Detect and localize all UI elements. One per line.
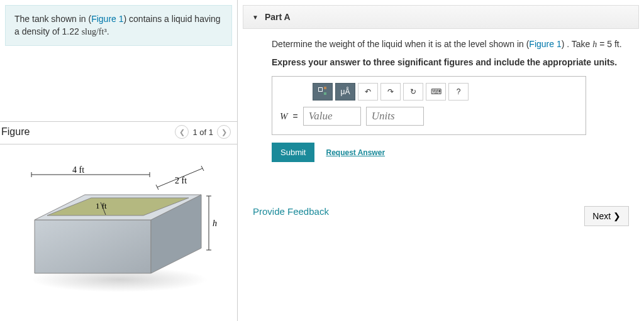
answer-area: μÅ ↶ ↷ ↻ ⌨ ? W =: [272, 76, 586, 135]
figure-title: Figure: [0, 126, 30, 138]
prev-figure-button[interactable]: ❮: [175, 125, 189, 139]
next-button[interactable]: Next ❯: [584, 206, 629, 226]
reset-icon[interactable]: ↻: [403, 83, 423, 101]
collapse-icon: ▼: [252, 14, 258, 21]
part-header[interactable]: ▼ Part A: [243, 5, 639, 29]
dim-d: 2 ft: [175, 176, 187, 185]
dim-inner: 1 ft: [96, 201, 107, 210]
input-toolbar: μÅ ↶ ↷ ↻ ⌨ ?: [313, 83, 578, 101]
provide-feedback-link[interactable]: Provide Feedback: [253, 206, 329, 226]
problem-pre: The tank shown in (: [14, 14, 91, 24]
dim-h: h: [213, 219, 217, 228]
figure-ref-link[interactable]: Figure 1: [91, 14, 123, 24]
units-input[interactable]: [366, 107, 424, 126]
svg-marker-1: [35, 220, 151, 273]
question-text: Determine the weight of the liquid when …: [272, 38, 629, 51]
part-label: Part A: [265, 12, 291, 22]
variable-label: W: [280, 111, 288, 122]
figure-ref-link-2[interactable]: Figure 1: [529, 39, 561, 49]
template-icon[interactable]: [313, 83, 333, 101]
figure-header: Figure ❮ 1 of 1 ❯: [0, 121, 237, 144]
problem-unit: slug/ft³: [82, 27, 107, 36]
undo-icon[interactable]: ↶: [358, 83, 378, 101]
figure-pager: ❮ 1 of 1 ❯: [175, 125, 231, 139]
equals-sign: =: [293, 111, 298, 121]
figure-image: 4 ft 2 ft 1 ft h: [0, 157, 226, 295]
symbols-icon[interactable]: μÅ: [335, 83, 355, 101]
problem-post: .: [107, 26, 109, 36]
instruction-text: Express your answer to three significant…: [272, 57, 629, 67]
value-input[interactable]: [303, 107, 361, 126]
next-figure-button[interactable]: ❯: [217, 125, 231, 139]
svg-line-12: [201, 166, 204, 171]
problem-statement: The tank shown in (Figure 1) contains a …: [5, 5, 232, 46]
request-answer-link[interactable]: Request Answer: [326, 148, 385, 157]
svg-line-9: [154, 157, 204, 176]
submit-button[interactable]: Submit: [272, 143, 314, 162]
figure-count: 1 of 1: [192, 128, 213, 137]
redo-icon[interactable]: ↷: [380, 83, 401, 101]
dim-w: 4 ft: [72, 165, 84, 175]
keyboard-icon[interactable]: ⌨: [426, 83, 446, 101]
svg-line-11: [156, 185, 158, 190]
help-icon[interactable]: ?: [448, 83, 469, 101]
